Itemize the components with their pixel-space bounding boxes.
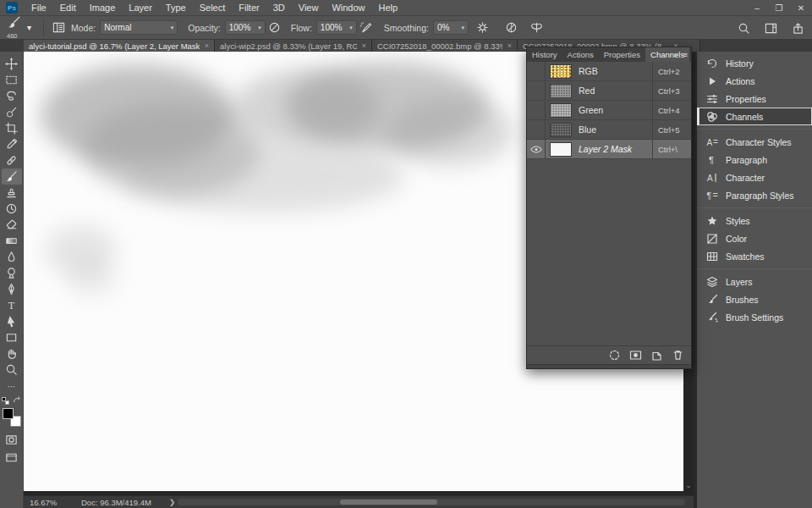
panel-overflow-icon[interactable]: » [673, 50, 678, 59]
horizontal-scrollbar[interactable] [178, 499, 685, 505]
menu-image[interactable]: Image [83, 0, 123, 16]
gradient-tool[interactable] [2, 233, 22, 249]
panel-resize-edge[interactable] [527, 364, 691, 368]
dock-item-brush-settings[interactable]: Brush Settings [697, 308, 812, 326]
smoothing-options-gear-icon[interactable] [474, 19, 492, 37]
brush-settings-panel-toggle-button[interactable] [49, 19, 68, 37]
default-colors-icon[interactable] [2, 397, 9, 405]
close-tab-icon[interactable]: × [362, 41, 366, 50]
rectangular-marquee-tool[interactable] [2, 72, 22, 88]
edit-toolbar-button[interactable]: ⋯ [8, 380, 16, 392]
menu-3d[interactable]: 3D [266, 0, 292, 16]
swap-colors-icon[interactable] [13, 396, 21, 405]
document-tab[interactable]: alyci-wip2.psd @ 8.33% (Layer 19, RG... … [215, 40, 372, 52]
history-brush-tool[interactable] [2, 201, 22, 217]
clone-stamp-tool[interactable] [2, 185, 22, 201]
save-selection-as-channel-button[interactable] [628, 349, 642, 362]
panel-tab-actions[interactable]: Actions [562, 47, 599, 62]
pen-tool[interactable] [2, 281, 22, 297]
channel-row-green[interactable]: Green Ctrl+4 [527, 101, 691, 120]
tool-preset-picker[interactable]: 460 ▾ [0, 15, 38, 40]
panel-tab-history[interactable]: History [527, 47, 562, 62]
hand-tool[interactable] [2, 345, 22, 362]
panel-menu-icon[interactable]: ≡ [683, 50, 688, 59]
close-tab-icon[interactable]: × [205, 41, 209, 50]
document-tab[interactable]: alyci-tutorial.psd @ 16.7% (Layer 2, Lay… [24, 40, 215, 52]
close-tab-icon[interactable]: × [508, 41, 512, 50]
dock-item-character[interactable]: A Character [697, 168, 812, 186]
minimize-button[interactable]: – [746, 0, 768, 16]
dock-item-properties[interactable]: Properties [697, 90, 812, 108]
horizontal-scrollbar-thumb[interactable] [340, 500, 437, 505]
dock-item-swatches[interactable]: Swatches [697, 247, 812, 265]
load-channel-as-selection-button[interactable] [607, 349, 621, 362]
dock-item-actions[interactable]: Actions [697, 72, 812, 90]
spot-healing-brush-tool[interactable] [2, 152, 22, 168]
smoothing-select[interactable]: 0% ▾ [433, 20, 469, 35]
panel-tab-properties[interactable]: Properties [599, 47, 645, 62]
status-expander-icon[interactable]: ❯ [169, 498, 175, 506]
search-icon[interactable] [734, 19, 753, 37]
menu-filter[interactable]: Filter [232, 0, 266, 16]
delete-channel-button[interactable] [671, 349, 684, 362]
channel-row-red[interactable]: Red Ctrl+3 [527, 81, 691, 101]
quick-selection-tool[interactable] [2, 104, 22, 120]
dodge-tool[interactable] [2, 265, 22, 281]
airbrush-icon[interactable] [357, 19, 376, 37]
flow-select[interactable]: 100% ▾ [316, 20, 357, 35]
dock-item-channels[interactable]: Channels [697, 108, 812, 125]
pressure-size-icon[interactable] [502, 19, 521, 37]
dock-item-color[interactable]: Color [697, 229, 812, 247]
eraser-tool[interactable] [2, 217, 22, 233]
scroll-down-icon[interactable]: ⌄ [683, 479, 694, 491]
menu-help[interactable]: Help [372, 0, 405, 16]
visibility-toggle[interactable] [527, 140, 546, 159]
screen-mode-button[interactable] [2, 450, 22, 466]
channel-row-blue[interactable]: Blue Ctrl+5 [527, 120, 691, 140]
create-new-channel-button[interactable] [650, 349, 663, 362]
close-button[interactable]: ✕ [790, 0, 812, 16]
channel-row-rgb[interactable]: RGB Ctrl+2 [527, 62, 691, 81]
menu-type[interactable]: Type [159, 0, 193, 16]
rectangle-tool[interactable] [2, 329, 22, 345]
dock-item-character-styles[interactable]: A Character Styles [697, 133, 812, 151]
menu-edit[interactable]: Edit [53, 0, 83, 16]
brush-tool[interactable] [2, 168, 22, 185]
blur-tool[interactable] [2, 249, 22, 265]
visibility-toggle[interactable] [527, 62, 546, 81]
move-tool[interactable] [2, 56, 22, 72]
zoom-level-field[interactable]: 16.67% [30, 498, 57, 507]
dock-item-paragraph-styles[interactable]: ¶ Paragraph Styles [697, 186, 812, 204]
paint-symmetry-icon[interactable] [528, 19, 546, 37]
menu-file[interactable]: File [25, 0, 53, 16]
type-tool[interactable]: T [2, 297, 22, 313]
blend-mode-select[interactable]: Normal ▾ [100, 20, 178, 35]
share-icon[interactable] [788, 19, 807, 37]
path-selection-tool[interactable] [2, 313, 22, 329]
foreground-color-swatch[interactable] [3, 408, 14, 419]
dock-item-history[interactable]: History [697, 54, 812, 72]
eyedropper-tool[interactable] [2, 136, 22, 152]
menu-select[interactable]: Select [193, 0, 233, 16]
channel-row-layer-2-mask[interactable]: Layer 2 Mask Ctrl+\ [527, 140, 691, 159]
menu-view[interactable]: View [292, 0, 326, 16]
pressure-opacity-icon[interactable] [266, 19, 284, 37]
dock-item-layers[interactable]: Layers [697, 273, 812, 290]
zoom-tool[interactable] [2, 362, 22, 378]
quick-mask-button[interactable] [2, 432, 22, 448]
workspace-switcher-icon[interactable] [761, 19, 780, 37]
visibility-toggle[interactable] [527, 120, 546, 140]
menu-window[interactable]: Window [325, 0, 371, 16]
dock-item-paragraph[interactable]: ¶ Paragraph [697, 151, 812, 168]
menu-layer[interactable]: Layer [122, 0, 159, 16]
restore-button[interactable]: ❐ [768, 0, 790, 16]
crop-tool[interactable] [2, 120, 22, 136]
visibility-toggle[interactable] [527, 101, 546, 120]
dock-item-brushes[interactable]: Brushes [697, 290, 812, 308]
visibility-toggle[interactable] [527, 81, 546, 101]
dock-item-styles[interactable]: Styles [697, 212, 812, 229]
opacity-select[interactable]: 100% ▾ [225, 20, 266, 35]
document-tab[interactable]: CCI07252018_00002.bmp @ 8.33% (R... × [372, 40, 518, 52]
panel-empty-area [527, 159, 691, 345]
lasso-tool[interactable] [2, 88, 22, 104]
